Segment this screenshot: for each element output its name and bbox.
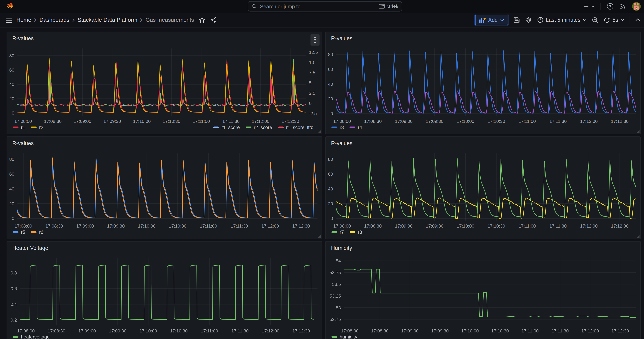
legend-item-r1[interactable]: r1	[13, 125, 25, 130]
grafana-app: ctrl+k ?	[0, 0, 644, 339]
legend-item-r5[interactable]: r5	[13, 230, 25, 235]
keyboard-icon	[379, 4, 385, 9]
refresh-picker[interactable]: 5s	[604, 17, 624, 23]
legend-item-r2_score[interactable]: r2_score	[246, 125, 272, 130]
breadcrumb-folder[interactable]: Stackable Data Platform	[78, 17, 138, 23]
x-axis-tick-label: 17:11:00	[518, 224, 536, 228]
legend-label: r8	[358, 230, 362, 235]
chart-canvas[interactable]: 02040608017:08:0017:08:3017:09:0017:09:3…	[326, 32, 641, 135]
x-axis-tick-label: 17:11:00	[521, 328, 538, 334]
y-axis-tick-label: 0.8	[11, 270, 17, 276]
breadcrumb-dashboards[interactable]: Dashboards	[40, 17, 69, 23]
legend-swatch	[13, 336, 18, 338]
panel-title[interactable]: R-values	[12, 140, 34, 146]
legend-item-r4[interactable]: r4	[350, 125, 362, 130]
y-axis-tick-label: 60	[328, 172, 333, 177]
time-range-picker[interactable]: Last 5 minutes	[537, 17, 586, 23]
y-axis-tick-label: 80	[328, 52, 333, 57]
panel-resize-handle[interactable]	[636, 235, 640, 238]
chart-canvas[interactable]: 02040608017:08:0017:08:3017:09:0017:09:3…	[7, 137, 322, 240]
x-axis-tick-label: 17:10:00	[461, 328, 479, 334]
timeseries-svg: 02040608017:08:0017:08:3017:09:0017:09:3…	[7, 137, 322, 240]
legend-label: r3	[340, 125, 344, 130]
collapse-toolbar-button[interactable]	[636, 18, 640, 22]
panel-title[interactable]: Heater Voltage	[12, 245, 48, 251]
zoom-out-time-button[interactable]	[592, 16, 598, 23]
save-dashboard-button[interactable]	[513, 16, 520, 23]
legend-label: r1	[21, 125, 25, 130]
legend-item-r8[interactable]: r8	[350, 230, 362, 235]
grafana-logo[interactable]	[6, 2, 14, 11]
gear-icon	[525, 16, 532, 23]
refresh-icon	[604, 17, 610, 23]
toolbar-divider	[630, 16, 630, 24]
panel-resize-handle[interactable]	[636, 130, 640, 133]
chart-canvas[interactable]: 020406080-2.502.557.51012.517:08:0017:08…	[7, 32, 322, 135]
global-search[interactable]: ctrl+k	[248, 1, 402, 12]
help-button[interactable]: ?	[606, 3, 614, 10]
y-axis-tick-label: 0	[330, 111, 333, 116]
x-axis-tick-label: 17:09:30	[426, 119, 444, 124]
dashboard-settings-button[interactable]	[525, 16, 532, 23]
legend-left-group: r7r8	[332, 230, 362, 235]
help-icon: ?	[606, 3, 614, 10]
legend: humidity	[332, 334, 636, 339]
x-axis-tick-label: 17:12:30	[282, 119, 299, 124]
x-axis-tick-label: 17:12:00	[582, 328, 599, 334]
x-axis-tick-label: 17:12:30	[612, 328, 629, 334]
chart-canvas[interactable]: 02040608017:08:0017:08:3017:09:0017:09:3…	[326, 137, 641, 240]
x-axis-tick-label: 17:12:30	[292, 328, 310, 334]
panel-title[interactable]: R-values	[12, 35, 34, 42]
star-dashboard-button[interactable]	[199, 16, 206, 23]
legend-item-r3[interactable]: r3	[332, 125, 344, 130]
x-axis-tick-label: 17:10:00	[133, 119, 151, 124]
x-axis-tick-label: 17:12:00	[252, 119, 270, 124]
legend: r7r8	[332, 230, 636, 235]
news-button[interactable]	[619, 3, 626, 10]
y-axis-tick-label: 80	[9, 53, 14, 58]
panel-title[interactable]: Humidity	[331, 245, 352, 251]
legend-swatch	[246, 126, 251, 128]
x-axis-tick-label: 17:11:30	[552, 328, 569, 334]
legend-item-r1_score[interactable]: r1_score	[213, 125, 240, 130]
x-axis-tick-label: 17:09:30	[426, 224, 444, 228]
y-axis-tick-label: 0.6	[11, 286, 17, 291]
series-line-humidity	[344, 269, 636, 318]
breadcrumb-home[interactable]: Home	[16, 17, 31, 23]
legend-item-r7[interactable]: r7	[332, 230, 344, 235]
x-axis-tick-label: 17:08:00	[17, 328, 35, 334]
x-axis-tick-label: 17:10:00	[140, 328, 157, 334]
x-axis-tick-label: 17:10:30	[488, 119, 505, 124]
y-axis-right-tick-label: -2.5	[309, 111, 317, 116]
add-panel-button[interactable]: Add	[475, 15, 508, 25]
panel-heater-voltage: 0.20.40.60.817:08:0017:08:3017:09:0017:0…	[6, 241, 322, 339]
search-input[interactable]	[259, 3, 379, 10]
search-shortcut: ctrl+k	[379, 4, 398, 9]
legend-item-r1_score_lttb[interactable]: r1_score_lttb	[278, 125, 314, 130]
share-dashboard-button[interactable]	[210, 16, 217, 23]
breadcrumb: Home Dashboards Stackable Data Platform …	[16, 17, 194, 23]
news-rss-icon	[619, 3, 626, 10]
y-axis-tick-label: 20	[328, 201, 333, 206]
legend-item-r2[interactable]: r2	[31, 125, 43, 130]
legend-left-group: r3r4	[332, 125, 362, 130]
chevron-right-icon	[34, 18, 36, 22]
x-axis-tick-label: 17:08:30	[44, 119, 62, 124]
y-axis-right-tick-label: 5	[309, 80, 312, 86]
avatar[interactable]	[632, 2, 641, 11]
x-axis-tick-label: 17:12:30	[611, 119, 628, 124]
legend-item-heatervoltage[interactable]: heatervoltage	[13, 334, 50, 339]
new-menu-button[interactable]	[583, 4, 595, 9]
panel-title[interactable]: R-values	[331, 35, 352, 42]
chart-canvas[interactable]: 0.20.40.60.817:08:0017:08:3017:09:0017:0…	[7, 242, 322, 339]
panel-menu-button[interactable]	[310, 34, 320, 46]
chart-canvas[interactable]: 52.755353.2553.553.755417:08:0017:08:301…	[326, 242, 641, 339]
panel-resize-handle[interactable]	[318, 130, 321, 133]
legend-item-humidity[interactable]: humidity	[332, 334, 357, 339]
panel-title[interactable]: R-values	[331, 140, 352, 146]
legend-label: r4	[358, 125, 362, 130]
legend-label: r7	[340, 230, 344, 235]
mega-menu-button[interactable]	[6, 18, 12, 22]
panel-resize-handle[interactable]	[318, 235, 321, 238]
legend-item-r6[interactable]: r6	[31, 230, 43, 235]
